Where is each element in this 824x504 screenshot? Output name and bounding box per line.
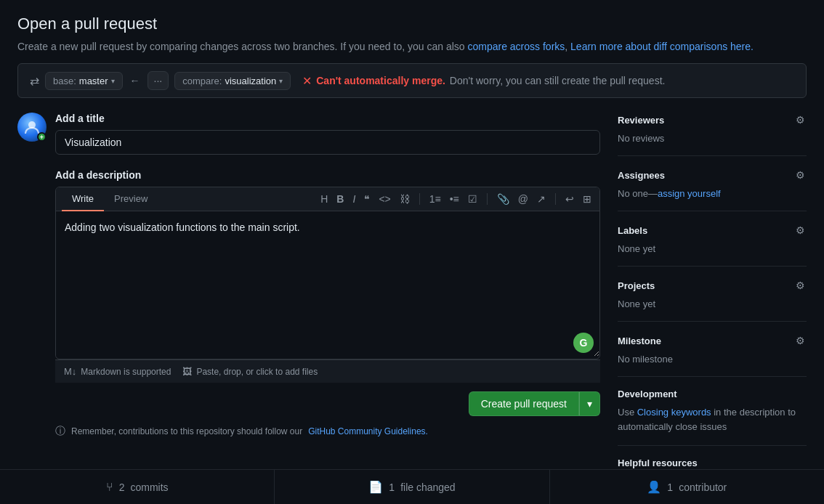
files-stat: 📄 1 file changed: [275, 470, 549, 504]
mention-icon[interactable]: @: [516, 192, 530, 206]
heading-icon[interactable]: H: [318, 192, 330, 206]
reviewers-value: No reviews: [618, 133, 807, 144]
assign-yourself-link[interactable]: assign yourself: [658, 188, 721, 199]
base-chevron-icon: ▾: [111, 77, 115, 85]
development-text-before: Use: [618, 407, 637, 418]
merge-note-text: Don't worry, you can still create the pu…: [450, 75, 666, 86]
page-subtitle: Create a new pull request by comparing c…: [17, 39, 807, 54]
title-input[interactable]: [55, 130, 600, 155]
editor-body: Adding two visualization functions to th…: [56, 211, 599, 359]
community-guidelines-link[interactable]: GitHub Community Guidelines.: [308, 426, 428, 436]
contributors-count: 1: [667, 481, 673, 493]
editor-container: Write Preview H B I ❝ <> ⛓: [55, 187, 600, 359]
file-upload-text: Paste, drop, or click to add files: [196, 367, 318, 377]
subtitle-text: Create a new pull request by comparing c…: [17, 41, 467, 52]
undo-icon[interactable]: ↩: [563, 192, 576, 206]
file-upload-note[interactable]: 🖼 Paste, drop, or click to add files: [182, 366, 318, 377]
labels-section: Labels ⚙ None yet: [618, 211, 807, 267]
commits-label: commits: [131, 481, 169, 493]
toolbar-icons: H B I ❝ <> ⛓ 1≡ •≡ ☑ �: [318, 192, 594, 206]
dots-button[interactable]: ···: [148, 71, 169, 90]
title-label: Add a title: [55, 113, 600, 124]
x-icon: ✕: [302, 74, 312, 88]
right-panel: Reviewers ⚙ No reviews Assignees ⚙ No on…: [618, 113, 807, 495]
write-tab[interactable]: Write: [62, 187, 104, 211]
development-title: Development: [618, 389, 807, 399]
no-one-text: No one: [618, 188, 648, 199]
task-list-icon[interactable]: ☑: [466, 192, 480, 206]
compare-forks-link[interactable]: compare across forks: [467, 41, 565, 52]
description-label: Add a description: [55, 169, 600, 181]
markdown-icon: M↓: [64, 366, 76, 377]
info-icon: ⓘ: [55, 425, 65, 438]
markdown-note: M↓ Markdown is supported: [64, 366, 171, 377]
table-icon[interactable]: ⊞: [581, 192, 594, 206]
description-section: Add a description Write Preview H B I: [55, 169, 600, 383]
markdown-text: Markdown is supported: [81, 367, 171, 377]
description-textarea[interactable]: Adding two visualization functions to th…: [56, 211, 599, 357]
files-count: 1: [389, 481, 395, 493]
code-icon[interactable]: <>: [376, 192, 392, 206]
page-title: Open a pull request: [17, 15, 807, 33]
compare-branch-value: visualization: [225, 76, 276, 86]
assignees-title: Assignees: [618, 170, 665, 181]
projects-value: None yet: [618, 298, 807, 309]
create-pr-button[interactable]: Create pull request: [469, 391, 579, 416]
files-icon: 📄: [368, 480, 383, 494]
info-bar: ⓘ Remember, contributions to this reposi…: [55, 425, 600, 438]
bold-icon[interactable]: B: [334, 192, 346, 206]
files-label: file changed: [400, 481, 456, 493]
commits-stat: ⑂ 2 commits: [0, 470, 275, 504]
ref-icon[interactable]: ↗: [535, 192, 548, 206]
assignees-value: No one—assign yourself: [618, 188, 807, 199]
labels-title: Labels: [618, 225, 647, 236]
unordered-list-icon[interactable]: •≡: [448, 192, 461, 206]
development-section: Development Use Closing keywords in the …: [618, 377, 807, 445]
contributors-icon: 👤: [647, 480, 661, 494]
closing-keywords-link[interactable]: Closing keywords: [637, 407, 711, 418]
compare-branch-selector[interactable]: compare: visualization ▾: [174, 72, 291, 90]
compare-chevron-icon: ▾: [279, 77, 283, 85]
assignees-section: Assignees ⚙ No one—assign yourself: [618, 156, 807, 211]
bottom-bar: ⑂ 2 commits 📄 1 file changed 👤 1 contrib…: [0, 469, 824, 504]
base-branch-value: master: [79, 76, 108, 86]
merge-status: ✕ Can't automatically merge. Don't worry…: [302, 74, 665, 88]
base-branch-selector[interactable]: base: master ▾: [45, 72, 123, 90]
commits-count: 2: [119, 481, 125, 493]
quote-icon[interactable]: ❝: [362, 192, 372, 206]
reviewers-section: Reviewers ⚙ No reviews: [618, 113, 807, 156]
branch-bar: ⇄ base: master ▾ ← ··· compare: visualiz…: [17, 63, 807, 98]
labels-gear-button[interactable]: ⚙: [794, 223, 807, 237]
info-text: Remember, contributions to this reposito…: [71, 426, 302, 436]
assignees-gear-button[interactable]: ⚙: [794, 168, 807, 182]
create-pr-dropdown-button[interactable]: ▾: [579, 391, 600, 416]
diff-comparison-link[interactable]: Learn more about diff comparisons here.: [570, 41, 754, 52]
helpful-resources-title: Helpful resources: [618, 458, 807, 468]
milestone-value: No milestone: [618, 354, 807, 365]
projects-title: Projects: [618, 280, 655, 291]
reviewers-gear-button[interactable]: ⚙: [794, 113, 807, 127]
reviewers-title: Reviewers: [618, 115, 664, 126]
italic-icon[interactable]: I: [350, 192, 358, 206]
milestone-section: Milestone ⚙ No milestone: [618, 322, 807, 377]
cant-merge-text: Can't automatically merge.: [316, 75, 445, 86]
action-row: Create pull request ▾: [55, 391, 600, 416]
contributors-stat: 👤 1 contributor: [550, 470, 824, 504]
form-fields: Add a title Add a description Write Prev…: [55, 113, 600, 438]
editor-footer: M↓ Markdown is supported 🖼 Paste, drop, …: [55, 359, 600, 383]
sync-icon: ⇄: [30, 74, 39, 88]
contributors-label: contributor: [679, 481, 727, 493]
grammarly-badge: G: [573, 333, 594, 353]
base-label: base:: [53, 76, 76, 86]
left-panel: + Add a title Add a description Write Pr…: [17, 113, 600, 495]
preview-tab[interactable]: Preview: [104, 187, 158, 211]
attach-icon[interactable]: 📎: [495, 192, 512, 206]
arrow-right-icon: ←: [129, 75, 142, 86]
development-text: Use Closing keywords in the description …: [618, 405, 807, 434]
projects-gear-button[interactable]: ⚙: [794, 278, 807, 293]
milestone-gear-button[interactable]: ⚙: [794, 333, 807, 348]
ordered-list-icon[interactable]: 1≡: [427, 192, 443, 206]
commits-icon: ⑂: [106, 481, 113, 494]
link-icon[interactable]: ⛓: [397, 192, 412, 206]
editor-tabs: Write Preview H B I ❝ <> ⛓: [56, 187, 599, 211]
